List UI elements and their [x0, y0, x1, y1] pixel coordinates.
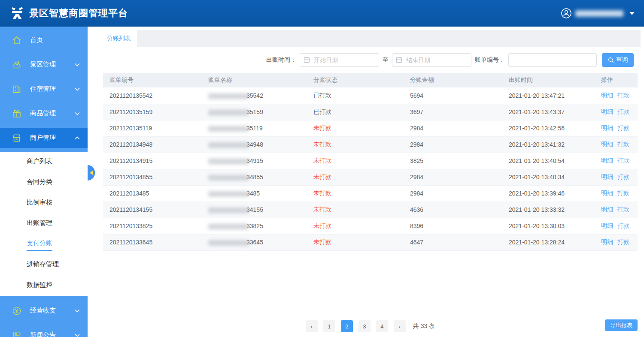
time-cell: 2021-01-20 13:28:24 [502, 234, 595, 250]
end-date-input[interactable] [392, 53, 471, 67]
bill-name-cell: 34155 [202, 202, 307, 218]
detail-link[interactable]: 明细 [601, 206, 613, 213]
page-title: 景区智慧商圈管理平台 [29, 7, 128, 20]
submenu-item-billing-management[interactable]: 出账管理 [0, 214, 88, 235]
detail-link[interactable]: 明细 [601, 124, 613, 131]
start-date-input[interactable] [300, 53, 379, 67]
user-menu[interactable] [561, 8, 635, 19]
sidebar-item-revenue[interactable]: 经营收支 [0, 301, 88, 321]
start-date-picker[interactable] [300, 53, 379, 67]
detail-link[interactable]: 明细 [601, 190, 613, 196]
tab-split-list[interactable]: 分账列表 [101, 30, 137, 47]
sidebar-item-label: 商品管理 [30, 109, 56, 117]
chevron-up-icon [75, 136, 80, 140]
amount-cell: 2984 [404, 136, 502, 153]
search-button[interactable]: 查询 [602, 53, 634, 67]
pay-link[interactable]: 打款 [617, 141, 629, 147]
redacted-text [208, 110, 249, 115]
pay-link[interactable]: 打款 [617, 92, 629, 99]
actions-cell: 明细打款 [595, 87, 638, 104]
sidebar-item-label: 新闻公告 [30, 331, 56, 337]
detail-link[interactable]: 明细 [601, 173, 613, 180]
news-icon [12, 331, 21, 337]
bill-no-cell: 2021120134155 [103, 202, 202, 218]
user-name-redacted [575, 10, 623, 17]
table-row: 2021120134855 34855 未打款 2984 2021-01-20 … [103, 169, 638, 185]
filter-bar: 出账时间： 至 [88, 53, 634, 67]
page-button-1[interactable]: 1 [323, 320, 335, 332]
bill-no-input[interactable] [508, 53, 597, 67]
status-cell: 未打款 [307, 234, 404, 250]
submenu-item-ratio-review[interactable]: 比例审核 [0, 193, 88, 214]
sidebar-item-merchant[interactable]: 商户管理 [0, 128, 88, 148]
status-cell: 未打款 [307, 136, 404, 153]
sidebar-item-label: 住宿管理 [30, 85, 56, 93]
submenu-item-contract-category[interactable]: 合同分类 [0, 173, 88, 193]
bill-name-cell: 35159 [202, 104, 307, 120]
submenu-item-payment-split[interactable]: 支付分账 [0, 235, 88, 255]
detail-link[interactable]: 明细 [601, 108, 613, 115]
export-report-button[interactable]: 导出报表 [605, 319, 638, 331]
search-button-label: 查询 [616, 56, 628, 64]
detail-link[interactable]: 明细 [601, 222, 613, 229]
sidebar-item-scenic[interactable]: 景区管理 [0, 54, 88, 75]
page-button-2[interactable]: 2 [341, 320, 353, 332]
submenu-item-label: 支付分账 [27, 239, 52, 251]
pay-link[interactable]: 打款 [617, 238, 629, 245]
app-header: 景区智慧商圈管理平台 [0, 0, 644, 27]
bill-name-cell: 34855 [202, 169, 307, 185]
amount-cell: 4636 [404, 202, 502, 218]
prev-page-button[interactable]: ‹ [306, 320, 318, 332]
redacted-text [208, 208, 249, 213]
time-cell: 2021-01-20 13:40:34 [502, 169, 595, 185]
page-button-3[interactable]: 3 [358, 320, 371, 332]
pay-link[interactable]: 打款 [617, 173, 629, 180]
submenu-item-inventory-management[interactable]: 进销存管理 [0, 255, 88, 276]
pay-link[interactable]: 打款 [617, 108, 629, 115]
page-button-4[interactable]: 4 [376, 320, 388, 332]
user-avatar-icon [561, 8, 572, 19]
actions-cell: 明细打款 [595, 218, 638, 234]
calendar-icon [396, 57, 402, 63]
chevron-down-icon [75, 334, 80, 337]
pay-link[interactable]: 打款 [617, 157, 629, 164]
end-date-picker[interactable] [392, 53, 471, 67]
sidebar-item-goods[interactable]: 商品管理 [0, 103, 88, 123]
lodging-icon [12, 84, 21, 94]
table-row: 2021120135542 35542 已打款 5694 2021-01-20 … [103, 87, 638, 104]
sidebar-item-lodging[interactable]: 住宿管理 [0, 79, 88, 99]
submenu-item-data-monitor[interactable]: 数据监控 [0, 276, 88, 296]
time-cell: 2021-01-20 13:39:46 [502, 185, 595, 202]
submenu-item-merchant-list[interactable]: 商户列表 [0, 152, 88, 173]
table-body: 2021120135542 35542 已打款 5694 2021-01-20 … [103, 87, 638, 250]
pay-link[interactable]: 打款 [617, 206, 629, 213]
detail-link[interactable]: 明细 [601, 238, 613, 245]
chevron-down-icon [75, 63, 80, 66]
detail-link[interactable]: 明细 [601, 141, 613, 147]
redacted-text [208, 175, 249, 181]
table-row: 2021120134155 34155 未打款 4636 2021-01-20 … [103, 202, 638, 218]
pay-link[interactable]: 打款 [617, 190, 629, 196]
pay-link[interactable]: 打款 [617, 124, 629, 131]
time-cell: 2021-01-20 13:47:21 [502, 87, 595, 104]
detail-link[interactable]: 明细 [601, 92, 613, 99]
col-time: 出账时间 [502, 73, 595, 87]
revenue-icon [12, 306, 21, 316]
pay-link[interactable]: 打款 [617, 222, 629, 229]
date-range-separator: 至 [383, 56, 389, 64]
redacted-text [208, 93, 249, 99]
detail-link[interactable]: 明细 [601, 157, 613, 164]
sidebar-item-home[interactable]: 首页 [0, 30, 88, 50]
col-status: 分账状态 [307, 73, 404, 87]
chevron-down-icon [629, 12, 635, 15]
sidebar-item-news[interactable]: 新闻公告 [0, 325, 88, 337]
sidebar-item-label: 商户管理 [30, 134, 56, 142]
submenu-item-label: 商户列表 [27, 157, 52, 168]
status-cell: 未打款 [307, 153, 404, 169]
time-cell: 2021-01-20 13:41:32 [502, 136, 595, 153]
time-cell: 2021-01-20 13:40:54 [502, 153, 595, 169]
next-page-button[interactable]: › [394, 320, 406, 332]
bill-no-cell: 202112013485 [103, 185, 202, 202]
pagination: ‹ 1 2 3 4 › 共 33 条 导出报表 [103, 319, 638, 333]
status-cell: 已打款 [307, 87, 404, 104]
